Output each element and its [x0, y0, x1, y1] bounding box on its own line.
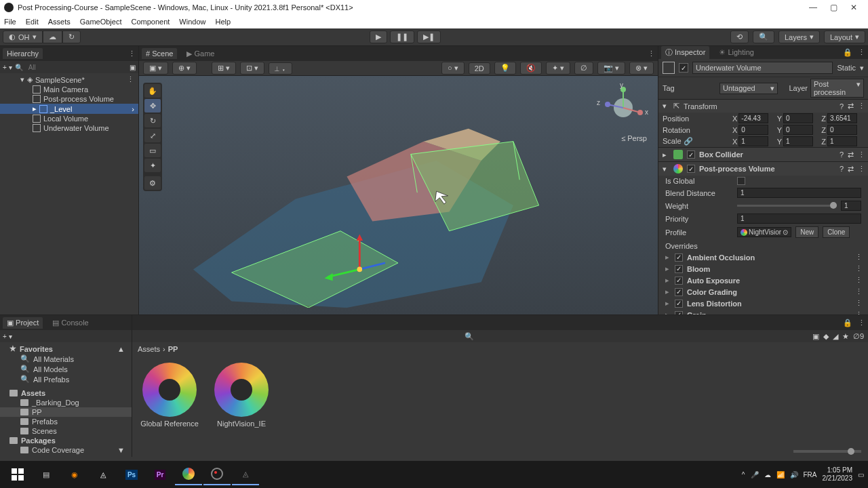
- help-icon[interactable]: ?: [840, 165, 844, 173]
- profile-field[interactable]: NightVisior ⊙: [737, 227, 791, 237]
- blend-distance-input[interactable]: [737, 188, 861, 198]
- hierarchy-item[interactable]: Post-process Volume: [0, 94, 138, 104]
- move-tool[interactable]: ✥: [144, 99, 161, 113]
- hierarchy-lock-icon[interactable]: ⋮: [128, 49, 136, 58]
- pivot-button[interactable]: ▣ ▾: [143, 62, 168, 75]
- favorite-item[interactable]: 🔍 All Prefabs: [0, 374, 132, 384]
- filter-type-icon[interactable]: ◆: [823, 332, 829, 341]
- scale-y-input[interactable]: [783, 136, 813, 146]
- task-view-icon[interactable]: ▤: [33, 464, 60, 485]
- packages-header[interactable]: Packages: [0, 436, 132, 445]
- premiere-icon[interactable]: Pr: [146, 464, 174, 485]
- menu-window[interactable]: Window: [179, 18, 205, 26]
- unity-editor-icon[interactable]: ◬: [232, 464, 259, 485]
- override-auto-exposure[interactable]: ▸Auto Exposure⋮: [658, 274, 868, 286]
- inspector-menu-icon[interactable]: ⋮: [858, 48, 865, 57]
- folder-item[interactable]: Prefabs: [0, 417, 132, 426]
- obs-icon[interactable]: [203, 464, 231, 485]
- visibility-toggle[interactable]: ∅: [574, 62, 593, 75]
- hierarchy-item[interactable]: Main Camera: [0, 85, 138, 94]
- tab-inspector[interactable]: ⓘ Inspector: [661, 46, 709, 59]
- tab-scene[interactable]: # Scene: [142, 48, 177, 59]
- shading-dropdown[interactable]: ○ ▾: [441, 62, 465, 75]
- hand-tool[interactable]: ✋: [144, 84, 161, 98]
- asset-item[interactable]: Global Reference: [139, 363, 200, 428]
- orientation-gizmo[interactable]: y x z: [599, 84, 647, 131]
- scene-menu-icon[interactable]: ⋮: [127, 75, 134, 84]
- menu-assets[interactable]: Assets: [48, 18, 71, 26]
- favorites-header[interactable]: ★ Favorites▲: [0, 344, 132, 354]
- foldout-icon[interactable]: ▾: [663, 102, 669, 110]
- assets-header[interactable]: Assets: [0, 388, 132, 398]
- favorite-item[interactable]: 🔍 All Models: [0, 364, 132, 374]
- transform-header[interactable]: ▾ ⇱ Transform ? ⇄ ⋮: [658, 99, 868, 113]
- tray-wifi-icon[interactable]: 📶: [776, 471, 785, 479]
- hierarchy-item[interactable]: ▸_Level›: [0, 104, 138, 114]
- window-maximize[interactable]: ▢: [823, 3, 844, 12]
- transform-tool[interactable]: ✦: [144, 159, 161, 172]
- tab-console[interactable]: ▤ Console: [48, 317, 92, 329]
- component-enabled-checkbox[interactable]: [687, 165, 695, 173]
- object-name-field[interactable]: Underwater Volume: [692, 62, 833, 74]
- rotate-tool[interactable]: ↻: [144, 114, 161, 127]
- rotation-y-input[interactable]: [783, 125, 813, 135]
- unity-hub-icon[interactable]: ◬: [90, 464, 117, 485]
- history-button[interactable]: ↻: [62, 30, 81, 43]
- blender-icon[interactable]: ◉: [61, 464, 88, 485]
- hidden-toggle[interactable]: ∅9: [853, 332, 864, 341]
- tray-language[interactable]: FRA: [804, 471, 817, 479]
- foldout-icon[interactable]: ▾: [20, 75, 24, 84]
- snap-button[interactable]: ⊡ ▾: [240, 62, 264, 75]
- hierarchy-item[interactable]: Underwater Volume: [0, 123, 138, 133]
- asset-item[interactable]: NightVision_IE: [211, 363, 272, 428]
- start-button[interactable]: [4, 464, 31, 485]
- preset-icon[interactable]: ⇄: [848, 102, 854, 110]
- rotation-x-input[interactable]: [738, 125, 768, 135]
- hierarchy-search-input[interactable]: [26, 63, 127, 72]
- component-enabled-checkbox[interactable]: [687, 150, 695, 159]
- tab-project[interactable]: ▣ Project: [3, 317, 43, 329]
- box-collider-header[interactable]: ▸ Box Collider ? ⇄ ⋮: [658, 147, 868, 161]
- is-global-checkbox[interactable]: [737, 177, 745, 185]
- foldout-icon[interactable]: ▸: [33, 104, 37, 113]
- menu-edit[interactable]: Edit: [26, 18, 39, 26]
- help-icon[interactable]: ?: [840, 150, 844, 159]
- object-enabled-checkbox[interactable]: [679, 63, 688, 73]
- tray-cloud-icon[interactable]: ☁: [764, 471, 771, 479]
- project-lock-icon[interactable]: 🔒: [843, 319, 852, 327]
- cloud-button[interactable]: ☁: [43, 30, 62, 43]
- tab-game[interactable]: ▶ Game: [182, 48, 218, 60]
- hierarchy-item[interactable]: Local Volume: [0, 114, 138, 123]
- position-z-input[interactable]: [827, 113, 857, 123]
- override-grain[interactable]: ▸Grain⋮: [658, 309, 868, 314]
- audio-toggle[interactable]: 🔇: [520, 62, 542, 75]
- override-bloom[interactable]: ▸Bloom⋮: [658, 263, 868, 274]
- projection-label[interactable]: ≤ Persp: [621, 134, 647, 142]
- camera-dropdown[interactable]: 📷 ▾: [597, 62, 625, 75]
- menu-file[interactable]: File: [4, 18, 16, 26]
- layers-dropdown[interactable]: Layers ▾: [778, 30, 820, 43]
- grid-size-slider[interactable]: [793, 450, 861, 453]
- search-save-icon[interactable]: ▣: [812, 332, 819, 341]
- hierarchy-search-save-icon[interactable]: ▣: [130, 64, 136, 71]
- override-ambient-occlusion[interactable]: ▸Ambient Occlusion⋮: [658, 251, 868, 263]
- weight-slider[interactable]: [737, 205, 837, 207]
- search-button[interactable]: 🔍: [753, 30, 774, 43]
- static-dropdown[interactable]: ▾: [860, 64, 864, 73]
- foldout-icon[interactable]: ▾: [663, 165, 669, 174]
- menu-gameobject[interactable]: GameObject: [80, 18, 122, 26]
- help-icon[interactable]: ?: [840, 102, 844, 110]
- folder-item[interactable]: _Barking_Dog: [0, 398, 132, 407]
- component-menu-icon[interactable]: ⋮: [858, 102, 864, 110]
- notifications-icon[interactable]: ▭: [858, 471, 864, 479]
- tab-lighting[interactable]: ☀ Lighting: [715, 47, 758, 58]
- component-menu-icon[interactable]: ⋮: [858, 150, 864, 159]
- scale-z-input[interactable]: [827, 136, 857, 146]
- filter-label-icon[interactable]: ◢: [833, 332, 838, 341]
- gizmos-dropdown[interactable]: ⊗ ▾: [629, 62, 654, 75]
- 2d-toggle[interactable]: 2D: [469, 62, 490, 75]
- scene-menu-icon[interactable]: ⋮: [648, 49, 655, 58]
- priority-input[interactable]: [737, 214, 861, 224]
- scene-viewport[interactable]: ✋ ✥ ↻ ⤢ ▭ ✦ ⚙ y x z: [139, 76, 658, 314]
- layout-dropdown[interactable]: Layout ▾: [824, 30, 865, 43]
